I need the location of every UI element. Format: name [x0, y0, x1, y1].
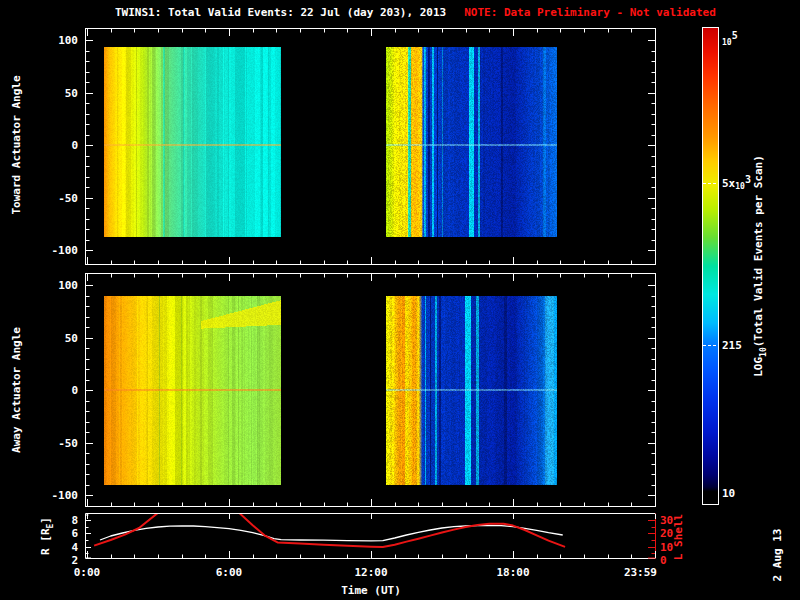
colorbar-tick-label: 105 — [722, 33, 738, 46]
away-ytick-label: -100 — [50, 489, 78, 502]
r-ytick-label: 8 — [50, 514, 78, 527]
r-ytick-label: 6 — [50, 527, 78, 540]
r-ytick-label: 4 — [50, 540, 78, 553]
colorbar-title: LOG10(Total Valid Events per Scan) — [752, 155, 767, 377]
toward-ytick-label: 50 — [50, 86, 78, 99]
colorbar-title-pre: LOG — [752, 357, 765, 377]
time-tick-label: 18:00 — [496, 566, 529, 579]
toward-ytick-label: -50 — [50, 191, 78, 204]
plot-title: TWINS1: Total Valid Events: 22 Jul (day … — [115, 6, 446, 19]
away-ytick-label: 50 — [50, 331, 78, 344]
time-tick-label: 12:00 — [354, 566, 387, 579]
time-tick-label: 6:00 — [216, 566, 243, 579]
lshell-axis-label: L Shell — [672, 514, 685, 560]
time-tick-label: 23:59 — [624, 566, 657, 579]
twins-plot-screen: TWINS1: Total Valid Events: 22 Jul (day … — [0, 0, 800, 600]
colorbar-canvas — [702, 27, 719, 505]
away-ytick-label: 0 — [50, 384, 78, 397]
toward-axis-label: Toward Actuator Angle — [10, 75, 23, 214]
r-ytick-label: 2 — [50, 554, 78, 567]
away-spectrogram-canvas — [85, 273, 656, 507]
lshell-ytick-label: 20 — [660, 527, 673, 540]
colorbar-tick-label: 10 — [722, 487, 735, 500]
colorbar-tick-label: 215 — [722, 338, 742, 351]
time-axis-title: Time (UT) — [341, 584, 401, 597]
lshell-ytick-label: 0 — [660, 554, 667, 567]
away-axis-label: Away Actuator Angle — [10, 327, 23, 453]
colorbar-title-sub: 10 — [759, 347, 768, 357]
toward-ytick-label: 0 — [50, 139, 78, 152]
date-stamp: 2 Aug 13 — [771, 529, 784, 582]
colorbar-title-post: (Total Valid Events per Scan) — [752, 155, 765, 347]
plot-note: NOTE: Data Preliminary - Not validated — [464, 6, 716, 19]
away-ytick-label: 100 — [50, 279, 78, 292]
colorbar-tick-label: 5x103 — [722, 177, 751, 190]
time-tick-label: 0:00 — [74, 566, 101, 579]
toward-ytick-label: -100 — [50, 244, 78, 257]
toward-spectrogram-canvas — [85, 28, 656, 265]
ephemeris-line-canvas — [85, 513, 656, 559]
toward-ytick-label: 100 — [50, 34, 78, 47]
lshell-ytick-label: 30 — [660, 514, 673, 527]
away-ytick-label: -50 — [50, 436, 78, 449]
lshell-ytick-label: 10 — [660, 540, 673, 553]
plot-header: TWINS1: Total Valid Events: 22 Jul (day … — [115, 6, 716, 19]
